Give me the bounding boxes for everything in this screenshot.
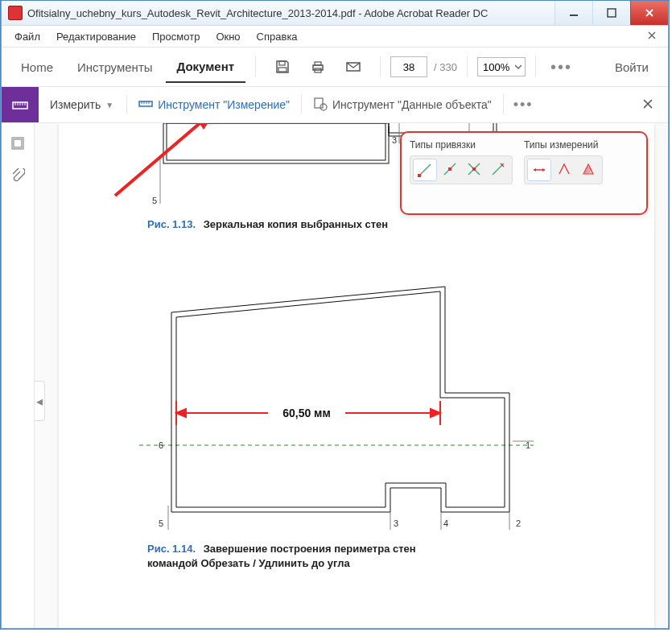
separator	[503, 95, 504, 114]
svg-rect-45	[418, 174, 421, 177]
snap-endpoint-icon[interactable]	[413, 159, 437, 181]
red-pointer-arrow-icon	[107, 123, 228, 207]
snap-midpoint-icon[interactable]	[439, 159, 461, 180]
svg-rect-0	[570, 14, 578, 16]
svg-line-44	[419, 164, 431, 176]
svg-rect-47	[448, 167, 451, 171]
print-icon[interactable]	[309, 58, 327, 76]
window-controls	[555, 1, 668, 25]
separator	[380, 56, 381, 77]
svg-text:3: 3	[392, 135, 397, 145]
measure-tile-icon[interactable]	[2, 87, 39, 122]
menu-view[interactable]: Просмотр	[144, 29, 208, 44]
email-icon[interactable]	[344, 58, 362, 76]
menu-file[interactable]: Файл	[6, 29, 48, 44]
page-total: / 330	[434, 61, 457, 73]
tab-home[interactable]: Home	[10, 52, 64, 82]
svg-marker-24	[176, 409, 186, 417]
measure-perimeter-icon[interactable]	[553, 159, 575, 180]
measure-toolbar: Измерить ▼ Инструмент "Измерение" Инстру…	[2, 87, 668, 123]
fig-text: Зеркальная копия выбранных стен	[204, 218, 389, 230]
ruler-icon	[138, 97, 153, 114]
menu-window[interactable]: Окно	[208, 29, 248, 44]
close-button[interactable]	[630, 1, 668, 25]
content-area: ◂ 5 3	[2, 123, 668, 628]
svg-rect-3	[278, 68, 287, 72]
snap-types-title: Типы привязки	[410, 139, 513, 151]
menu-help[interactable]: Справка	[249, 29, 306, 44]
attachments-icon[interactable]	[10, 168, 25, 186]
menu-edit[interactable]: Редактирование	[48, 29, 144, 44]
title-bar: Ofitsialny_uchebny_kurs_Autodesk_Revit_A…	[2, 1, 668, 26]
left-nav-strip	[2, 123, 35, 628]
svg-marker-25	[431, 409, 440, 417]
snap-types-palette[interactable]: Типы привязки Типы измерений	[400, 131, 648, 215]
svg-rect-5	[315, 62, 321, 65]
tool-object-data[interactable]: Инструмент "Данные объекта"	[307, 93, 498, 117]
login-button[interactable]: Войти	[604, 52, 660, 82]
tool-object-label: Инструмент "Данные объекта"	[332, 98, 492, 111]
maximize-button[interactable]	[592, 1, 630, 25]
figure-1-14-drawing: 60,50 мм 6 5 1 3 2 4	[139, 280, 542, 530]
tab-tools[interactable]: Инструменты	[66, 52, 164, 82]
svg-text:4: 4	[443, 518, 448, 528]
object-data-icon	[313, 97, 328, 114]
snap-perpendicular-icon[interactable]	[487, 159, 509, 180]
measure-dropdown-icon[interactable]: ▼	[105, 101, 113, 109]
fig-number: Рис. 1.14.	[147, 543, 196, 555]
page-number-input[interactable]	[390, 56, 427, 77]
measure-distance-icon[interactable]	[527, 159, 551, 181]
svg-line-42	[115, 123, 204, 196]
separator	[126, 95, 127, 114]
pdf-page: 5 3 2 Рис. 1.13. Зеркальная копия выбран…	[59, 123, 654, 628]
save-icon[interactable]	[274, 58, 291, 76]
figure-1-14-caption: Рис. 1.14. Завершение построения перимет…	[147, 542, 469, 570]
svg-text:3: 3	[394, 518, 398, 528]
zoom-select[interactable]: 100%	[477, 57, 526, 76]
tab-document[interactable]: Документ	[166, 52, 246, 83]
thumbnails-icon[interactable]	[10, 136, 25, 154]
fig-number: Рис. 1.13.	[147, 218, 196, 230]
svg-text:6: 6	[159, 440, 163, 450]
app-window: Ofitsialny_uchebny_kurs_Autodesk_Revit_A…	[1, 1, 669, 629]
svg-rect-50	[472, 167, 476, 171]
window-title: Ofitsialny_uchebny_kurs_Autodesk_Revit_A…	[27, 7, 555, 19]
svg-rect-1	[608, 9, 616, 17]
app-icon	[8, 6, 23, 20]
svg-point-11	[320, 104, 327, 110]
svg-text:2: 2	[516, 518, 521, 528]
more-menu-icon[interactable]: •••	[546, 58, 577, 76]
separator	[467, 56, 468, 77]
collapse-handle-icon[interactable]: ◂	[35, 381, 45, 421]
measure-label: Измерить	[39, 98, 105, 111]
svg-rect-13	[14, 139, 22, 147]
main-toolbar: Home Инструменты Документ / 330 100% •••…	[2, 48, 668, 87]
svg-text:60,50 мм: 60,50 мм	[282, 407, 331, 419]
svg-text:5: 5	[159, 518, 163, 528]
document-viewport[interactable]: ◂ 5 3	[35, 123, 668, 628]
snap-intersection-icon[interactable]	[463, 159, 485, 180]
tool-measure-label: Инструмент "Измерение"	[158, 98, 290, 111]
svg-marker-53	[534, 168, 536, 171]
measure-close-icon[interactable]	[628, 98, 668, 112]
measure-types-title: Типы измерений	[524, 139, 603, 151]
measure-more-icon[interactable]: •••	[509, 97, 538, 114]
minimize-button[interactable]	[555, 1, 592, 25]
menu-close-icon[interactable]	[641, 29, 663, 44]
measure-area-icon[interactable]	[577, 159, 600, 180]
menu-bar: Файл Редактирование Просмотр Окно Справк…	[2, 26, 668, 48]
svg-rect-9	[139, 101, 152, 106]
separator	[301, 95, 302, 114]
separator	[255, 56, 256, 77]
svg-rect-10	[315, 98, 323, 108]
svg-text:1: 1	[526, 440, 530, 450]
svg-marker-54	[542, 168, 545, 171]
tool-measure[interactable]: Инструмент "Измерение"	[132, 93, 296, 117]
figure-1-13-caption: Рис. 1.13. Зеркальная копия выбранных ст…	[147, 218, 388, 230]
separator	[535, 56, 536, 77]
